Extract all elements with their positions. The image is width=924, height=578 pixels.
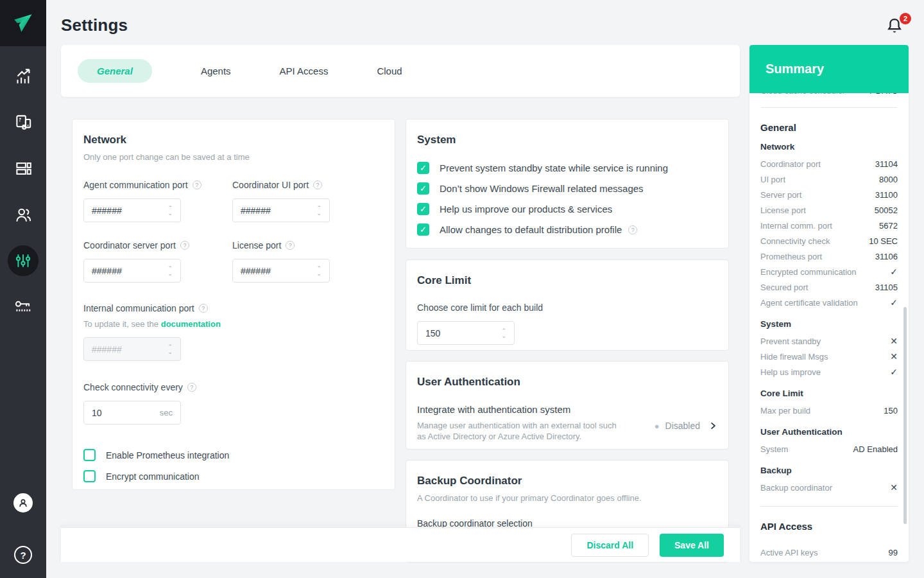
- system-item-label: Prevent system standby state while servi…: [440, 162, 668, 173]
- prometheus-checkbox-row[interactable]: Enable Prometheus integration: [83, 449, 384, 461]
- summary-row: Prometheus port31106: [760, 249, 898, 264]
- summary-row: License port50052: [760, 202, 898, 218]
- tab-api-access[interactable]: API Access: [280, 66, 329, 76]
- backup-title: Backup Coordinator: [417, 475, 717, 487]
- save-all-button[interactable]: Save All: [660, 534, 724, 557]
- server-port-field: Coordinator server port? ###### ⌃⌄: [83, 240, 232, 283]
- ui-port-input[interactable]: ###### ⌃⌄: [232, 198, 330, 222]
- stepper-arrows: ⌃⌄: [167, 344, 173, 355]
- server-port-value: ######: [92, 266, 122, 276]
- summary-header: Summary: [749, 45, 909, 93]
- summary-row: Hide firewall Msgs✕: [760, 349, 898, 364]
- license-port-input[interactable]: ###### ⌃⌄: [232, 259, 330, 283]
- network-subtitle: Only one port change can be saved at a t…: [83, 152, 384, 162]
- system-checkbox-row[interactable]: ✓ Don’t show Windows Firewall related me…: [417, 182, 717, 195]
- chevron-down-icon: ⌄: [167, 271, 173, 276]
- stepper-arrows[interactable]: ⌃⌄: [316, 266, 321, 276]
- chevron-down-icon: ⌄: [501, 333, 506, 338]
- sidebar-item-agents[interactable]: [0, 99, 46, 145]
- help-icon[interactable]: ?: [187, 383, 196, 392]
- user-avatar-icon: [17, 497, 29, 509]
- summary-row: Backup coordinator✕: [760, 480, 898, 495]
- active-item-highlight: [8, 245, 38, 276]
- builds-icon: [15, 160, 32, 177]
- help-icon[interactable]: ?: [180, 241, 189, 250]
- user-auth-title: User Authentication: [417, 376, 717, 389]
- tab-agents[interactable]: Agents: [201, 66, 231, 76]
- chevron-right-icon: [708, 421, 717, 430]
- checkbox-checked[interactable]: ✓: [417, 182, 429, 195]
- summary-row: Prevent standby✕: [760, 333, 898, 349]
- summary-network-heading: Network: [760, 142, 898, 152]
- help-icon[interactable]: ?: [313, 180, 322, 189]
- license-port-field: License port? ###### ⌃⌄: [232, 240, 384, 283]
- chevron-down-icon: ⌄: [167, 349, 173, 355]
- encrypt-checkbox-row[interactable]: Encrypt communication: [83, 470, 384, 482]
- system-item-label: Don’t show Windows Firewall related mess…: [440, 183, 644, 194]
- connectivity-label: Check connectivity every: [83, 382, 183, 392]
- stepper-arrows[interactable]: ⌃⌄: [501, 328, 506, 338]
- agent-port-label: Agent communication port: [83, 180, 188, 190]
- system-checkbox-row[interactable]: ✓ Help us improve our products & service…: [417, 203, 717, 215]
- summary-row: SystemAD Enabled: [760, 441, 898, 457]
- agent-port-input[interactable]: ###### ⌃⌄: [83, 198, 181, 222]
- documentation-link[interactable]: documentation: [161, 319, 221, 329]
- core-limit-title: Core Limit: [417, 274, 717, 287]
- system-checkbox-row[interactable]: ✓ Allow changes to default distribution …: [417, 223, 717, 236]
- checkbox-checked[interactable]: ✓: [417, 223, 429, 236]
- notifications-button[interactable]: 2: [886, 17, 909, 40]
- summary-row: Connectivity check10 SEC: [760, 233, 898, 249]
- stepper-arrows[interactable]: ⌃⌄: [316, 206, 321, 216]
- tab-general[interactable]: General: [78, 59, 152, 83]
- help-icon[interactable]: ?: [628, 225, 637, 234]
- network-panel: Network Only one port change can be save…: [72, 119, 395, 490]
- check-icon: ✓: [890, 267, 898, 277]
- users-icon: [15, 206, 32, 223]
- auth-status-control[interactable]: ● Disabled: [654, 421, 717, 431]
- sidebar-item-help[interactable]: ?: [0, 546, 46, 564]
- sidebar-item-users[interactable]: [0, 191, 46, 238]
- checkbox-unchecked[interactable]: [83, 470, 96, 482]
- summary-row: Agent certificate validation✓: [760, 295, 898, 310]
- agent-port-field: Agent communication port? ###### ⌃⌄: [83, 180, 232, 222]
- summary-body: Cloud cache scheduler 7 DAYS General Net…: [749, 83, 909, 560]
- sidebar-item-builds[interactable]: [0, 145, 46, 191]
- tab-cloud[interactable]: Cloud: [377, 66, 402, 76]
- system-item-label: Help us improve our products & services: [440, 204, 612, 215]
- help-icon[interactable]: ?: [286, 241, 295, 250]
- settings-tabbar: General Agents API Access Cloud: [61, 45, 740, 97]
- ui-port-value: ######: [241, 206, 271, 216]
- summary-system-heading: System: [760, 319, 898, 329]
- sidebar-item-settings[interactable]: [0, 238, 46, 284]
- stepper-arrows[interactable]: ⌃⌄: [167, 266, 173, 276]
- cross-icon: ✕: [890, 482, 898, 493]
- core-limit-input[interactable]: 150 ⌃⌄: [417, 321, 515, 345]
- sidebar: ?: [0, 0, 46, 578]
- sidebar-item-account[interactable]: [0, 493, 46, 530]
- help-icon[interactable]: ?: [199, 304, 208, 313]
- internal-port-value: ######: [92, 344, 122, 355]
- check-icon: ✓: [890, 367, 898, 377]
- auth-integration-info: Integrate with authentication system Man…: [417, 404, 622, 442]
- backup-subtitle: A Coordinator to use if your primary Coo…: [417, 493, 717, 503]
- help-icon: ?: [14, 546, 32, 564]
- sidebar-item-license[interactable]: [0, 284, 46, 330]
- system-checkbox-row[interactable]: ✓ Prevent system standby state while ser…: [417, 162, 717, 174]
- server-port-input[interactable]: ###### ⌃⌄: [83, 259, 181, 283]
- checkbox-unchecked[interactable]: [83, 449, 96, 461]
- discard-all-button[interactable]: Discard All: [571, 534, 649, 557]
- chevron-down-icon: ⌄: [167, 211, 173, 216]
- connectivity-unit: sec: [160, 408, 173, 417]
- summary-row: UI port8000: [760, 171, 898, 187]
- connectivity-value: 10: [92, 408, 102, 418]
- core-limit-panel: Core Limit Choose core limit for each bu…: [406, 259, 729, 351]
- connectivity-input[interactable]: 10 sec: [83, 401, 181, 425]
- checkbox-checked[interactable]: ✓: [417, 203, 429, 215]
- encrypt-checkbox-label: Encrypt communication: [106, 471, 200, 482]
- status-dot-icon: ●: [654, 421, 660, 431]
- stepper-arrows[interactable]: ⌃⌄: [167, 206, 173, 216]
- help-icon[interactable]: ?: [193, 180, 201, 189]
- checkbox-checked[interactable]: ✓: [417, 162, 429, 174]
- chevron-down-icon: ⌄: [316, 271, 321, 276]
- sidebar-item-analytics[interactable]: [0, 53, 46, 99]
